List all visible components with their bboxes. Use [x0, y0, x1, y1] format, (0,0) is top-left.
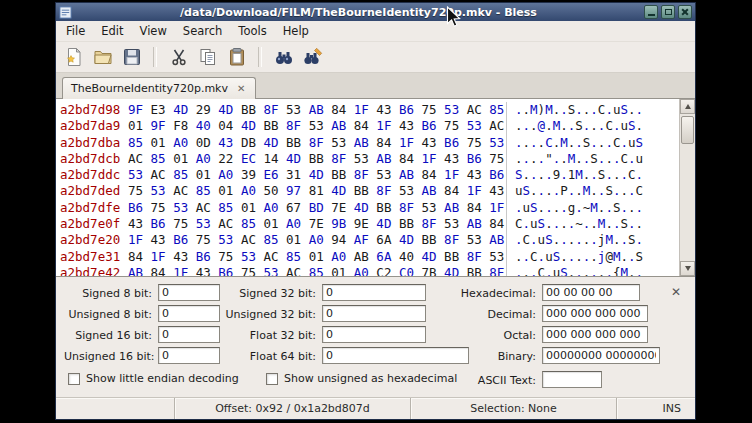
- ascii-char[interactable]: .: [530, 265, 538, 276]
- ascii-cell[interactable]: S....9.1M..S...C.: [506, 167, 679, 183]
- hex-byte[interactable]: BB: [346, 183, 369, 198]
- ascii-char[interactable]: .: [605, 200, 613, 215]
- hex-byte[interactable]: 4D: [437, 265, 460, 276]
- hex-byte[interactable]: 4D: [324, 183, 347, 198]
- ascii-char[interactable]: .: [590, 183, 598, 198]
- hex-byte[interactable]: 53: [437, 102, 460, 117]
- ascii-char[interactable]: .: [575, 135, 583, 150]
- ascii-char[interactable]: .: [545, 183, 553, 198]
- ascii-char[interactable]: M: [575, 167, 583, 182]
- hex-byte[interactable]: 43: [128, 216, 143, 231]
- signed-8-bit-input[interactable]: [158, 284, 220, 301]
- ascii-char[interactable]: ): [538, 102, 546, 117]
- ascii-char[interactable]: C: [605, 118, 613, 133]
- hex-byte[interactable]: BB: [233, 102, 256, 117]
- hex-byte[interactable]: 1F: [459, 183, 482, 198]
- hex-byte[interactable]: 85: [211, 200, 234, 215]
- ascii-char[interactable]: P: [560, 183, 568, 198]
- ascii-char[interactable]: .: [628, 249, 636, 264]
- ascii-cell[interactable]: ...@.M..S...C.uS.: [506, 118, 679, 134]
- hex-byte[interactable]: 29: [188, 102, 211, 117]
- hex-byte[interactable]: AB: [369, 151, 392, 166]
- hex-byte[interactable]: 1F: [369, 118, 392, 133]
- hex-byte[interactable]: 84: [414, 167, 437, 182]
- hex-byte[interactable]: BB: [391, 216, 414, 231]
- ascii-char[interactable]: .: [620, 200, 628, 215]
- ascii-char[interactable]: .: [538, 249, 546, 264]
- hex-byte[interactable]: 85: [233, 216, 256, 231]
- ascii-cell[interactable]: ..M)M..S...C.uS..: [506, 102, 679, 118]
- ascii-char[interactable]: .: [590, 135, 598, 150]
- hex-byte[interactable]: BB: [437, 249, 460, 264]
- new-file-button[interactable]: [60, 44, 87, 70]
- ascii-char[interactable]: .: [605, 216, 613, 231]
- ascii-char[interactable]: .: [523, 102, 531, 117]
- hex-byte[interactable]: 4D: [369, 216, 392, 231]
- hex-byte[interactable]: 53: [233, 249, 256, 264]
- hex-byte[interactable]: 85: [279, 249, 302, 264]
- hex-byte[interactable]: AF: [346, 232, 369, 247]
- hex-byte[interactable]: 94: [324, 232, 347, 247]
- ascii-char[interactable]: .: [515, 232, 523, 247]
- ascii-char[interactable]: S: [636, 249, 644, 264]
- hex-byte[interactable]: B6: [391, 102, 414, 117]
- hex-bytes-cell[interactable]: 01 9F F8 40 04 4D BB 8F 53 AB 84 1F 43 B…: [128, 118, 506, 134]
- hex-byte[interactable]: AC: [459, 102, 482, 117]
- hex-byte[interactable]: 85: [482, 102, 505, 117]
- hex-byte[interactable]: B6: [414, 118, 437, 133]
- decimal-input[interactable]: [542, 305, 648, 322]
- ascii-char[interactable]: .: [515, 249, 523, 264]
- ascii-char[interactable]: .: [628, 102, 636, 117]
- ascii-char[interactable]: u: [523, 200, 531, 215]
- scroll-up-button[interactable]: [680, 99, 695, 114]
- menu-help[interactable]: Help: [275, 22, 317, 40]
- hex-byte[interactable]: 84: [128, 249, 143, 264]
- hex-byte[interactable]: B6: [188, 249, 211, 264]
- ascii-char[interactable]: .: [545, 118, 553, 133]
- ascii-char[interactable]: .: [560, 118, 568, 133]
- little-endian-checkbox[interactable]: [68, 373, 80, 385]
- hex-byte[interactable]: 7E: [324, 200, 347, 215]
- menu-view[interactable]: View: [132, 22, 175, 40]
- ascii-char[interactable]: .: [636, 265, 644, 276]
- ascii-char[interactable]: .: [575, 232, 583, 247]
- hex-byte[interactable]: 8F: [482, 265, 505, 276]
- hex-byte[interactable]: AB: [391, 167, 414, 182]
- ascii-char[interactable]: .: [560, 200, 568, 215]
- hex-byte[interactable]: 67: [279, 200, 302, 215]
- hex-byte[interactable]: AC: [211, 216, 234, 231]
- hex-byte[interactable]: E6: [256, 167, 279, 182]
- hex-byte[interactable]: 4D: [279, 151, 302, 166]
- ascii-char[interactable]: .: [560, 249, 568, 264]
- ascii-char[interactable]: u: [620, 118, 628, 133]
- hex-byte[interactable]: B6: [166, 232, 189, 247]
- hex-byte[interactable]: 9F: [128, 102, 143, 117]
- ascii-char[interactable]: .: [545, 167, 553, 182]
- ascii-char[interactable]: S: [538, 216, 546, 231]
- ascii-char[interactable]: .: [605, 265, 613, 276]
- unsigned-8-bit-input[interactable]: [158, 305, 220, 322]
- hex-byte[interactable]: AC: [256, 249, 279, 264]
- little-endian-label[interactable]: Show little endian decoding: [86, 372, 239, 385]
- ascii-char[interactable]: M: [620, 265, 628, 276]
- ascii-char[interactable]: .: [575, 183, 583, 198]
- hex-byte[interactable]: 53: [166, 200, 189, 215]
- hex-bytes-cell[interactable]: B6 75 53 AC 85 01 A0 67 BD 7E 4D BB 8F 5…: [128, 200, 506, 216]
- ascii-char[interactable]: S: [620, 102, 628, 117]
- ascii-char[interactable]: .: [523, 151, 531, 166]
- ascii-char[interactable]: .: [590, 167, 598, 182]
- ascii-char[interactable]: M: [605, 232, 613, 247]
- hex-byte[interactable]: 9E: [346, 216, 369, 231]
- hex-byte[interactable]: AC: [482, 118, 505, 133]
- hex-byte[interactable]: 75: [414, 102, 437, 117]
- ascii-cell[interactable]: .C.uS......jM..S.: [506, 232, 679, 248]
- hex-byte[interactable]: 01: [143, 135, 166, 150]
- hex-byte[interactable]: C2: [369, 265, 392, 276]
- hex-byte[interactable]: 53: [188, 216, 211, 231]
- hex-byte[interactable]: BD: [301, 200, 324, 215]
- hex-byte[interactable]: 84: [324, 102, 347, 117]
- ascii-char[interactable]: ": [545, 151, 553, 166]
- ascii-char[interactable]: M: [560, 135, 568, 150]
- ascii-char[interactable]: .: [523, 265, 531, 276]
- find-replace-button[interactable]: [299, 44, 326, 70]
